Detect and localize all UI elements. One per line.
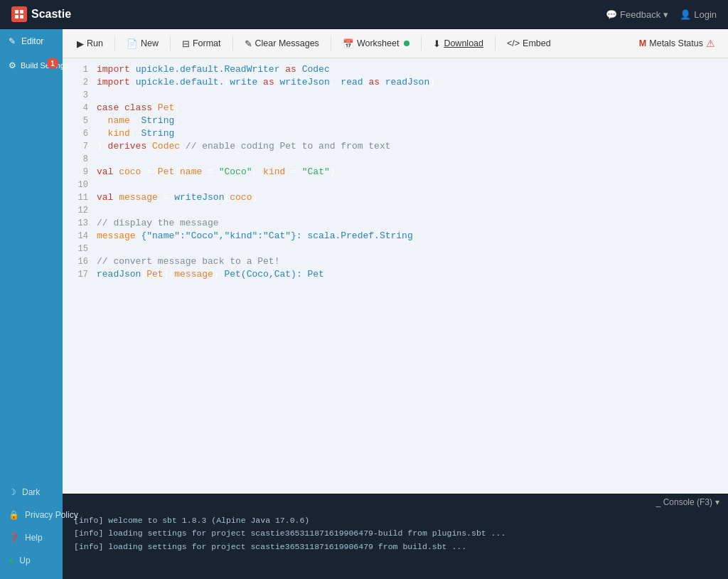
run-button[interactable]: ▶ Run	[70, 35, 110, 53]
content-area: ▶ Run 📄 New ⊟ Format ✎ Clear Messages 📅 …	[63, 29, 728, 579]
run-icon: ▶	[77, 38, 84, 49]
embed-icon: </>	[507, 38, 520, 48]
login-button[interactable]: 👤 Login	[680, 9, 717, 20]
code-line-1: 1 import upickle.default.ReadWriter as C…	[63, 64, 728, 77]
sidebar-item-up[interactable]: ● Up	[0, 549, 63, 572]
new-icon: 📄	[127, 38, 138, 49]
logo-area: Scastie	[11, 6, 71, 22]
embed-button[interactable]: </> Embed	[500, 35, 558, 52]
up-icon: ●	[9, 556, 14, 565]
app-title: Scastie	[31, 8, 71, 21]
privacy-icon: 🔒	[9, 510, 19, 520]
separator-5	[421, 36, 422, 51]
separator-1	[114, 36, 115, 51]
svg-rect-1	[20, 10, 23, 14]
console-title: _ Console (F3) ▾	[656, 497, 719, 507]
sidebar-item-build-settings[interactable]: ⚙ Build Settings 1 ➤	[0, 53, 63, 78]
separator-4	[331, 36, 331, 51]
download-icon: ⬇	[433, 38, 441, 49]
help-label: Help	[25, 533, 43, 543]
embed-label: Embed	[523, 38, 551, 48]
code-line-3: 3	[63, 90, 728, 102]
code-line-12: 12	[63, 205, 728, 218]
toolbar: ▶ Run 📄 New ⊟ Format ✎ Clear Messages 📅 …	[63, 29, 728, 58]
sidebar-item-privacy[interactable]: 🔒 Privacy Policy	[0, 504, 63, 526]
clear-icon: ✎	[245, 38, 252, 49]
up-label: Up	[19, 556, 30, 565]
run-label: Run	[87, 38, 103, 48]
feedback-chevron-icon: ▾	[663, 9, 668, 20]
feedback-icon: 💬	[606, 9, 617, 20]
code-line-8: 8	[63, 154, 728, 166]
code-line-11: 11 val message = writeJson(coco)	[63, 192, 728, 205]
code-line-10: 10	[63, 179, 728, 192]
feedback-label: Feedback	[620, 9, 660, 20]
svg-rect-0	[15, 10, 18, 14]
worksheet-button[interactable]: 📅 Worksheet	[336, 35, 417, 53]
svg-rect-2	[15, 15, 18, 18]
console-area: _ Console (F3) ▾ [info] welcome to sbt 1…	[63, 494, 728, 579]
dark-mode-icon: ☽	[9, 487, 16, 497]
format-button[interactable]: ⊟ Format	[175, 35, 228, 53]
top-nav: Scastie 💬 Feedback ▾ 👤 Login	[0, 0, 728, 29]
privacy-label: Privacy Policy	[25, 510, 78, 520]
build-settings-label: Build Settings	[21, 61, 68, 70]
sidebar-item-dark[interactable]: ☽ Dark	[0, 481, 63, 504]
editor-area[interactable]: 1 import upickle.default.ReadWriter as C…	[63, 58, 728, 494]
console-dropdown-icon[interactable]: ▾	[715, 497, 719, 507]
console-line-3: [info] loading settings for project scas…	[74, 541, 717, 553]
code-line-4: 4 case class Pet(	[63, 102, 728, 115]
console-body: [info] welcome to sbt 1.8.3 (Alpine Java…	[63, 510, 728, 561]
sidebar: ✎ Editor ⚙ Build Settings 1 ➤ ☽ Dark 🔒 P…	[0, 29, 63, 579]
metals-label: Metals Status	[649, 38, 703, 48]
new-button[interactable]: 📄 New	[119, 35, 166, 53]
sidebar-item-editor[interactable]: ✎ Editor	[0, 29, 63, 53]
download-label: Download	[444, 38, 483, 48]
metals-warning-icon: ⚠	[706, 38, 715, 49]
worksheet-active-dot	[404, 41, 410, 46]
metals-icon: M	[639, 38, 646, 48]
console-header: _ Console (F3) ▾	[63, 494, 728, 510]
code-line-16: 16 // convert message back to a Pet!	[63, 256, 728, 269]
main-layout: ✎ Editor ⚙ Build Settings 1 ➤ ☽ Dark 🔒 P…	[0, 29, 728, 579]
download-button[interactable]: ⬇ Download	[426, 35, 491, 53]
metals-status: M Metals Status ⚠	[639, 38, 715, 49]
separator-3	[232, 36, 233, 51]
logo-icon	[11, 6, 27, 22]
code-line-5: 5 name: String,	[63, 115, 728, 128]
editor-icon: ✎	[9, 36, 16, 46]
code-line-9: 9 val coco = Pet(name = "Coco", kind = "…	[63, 166, 728, 179]
code-line-15: 15	[63, 243, 728, 256]
separator-2	[170, 36, 171, 51]
code-line-7: 7 ) derives Codec // enable coding Pet t…	[63, 141, 728, 154]
dark-label: Dark	[22, 487, 40, 497]
help-icon: ❓	[9, 533, 19, 543]
code-line-14: 14 message {"name":"Coco","kind":"Cat"}:…	[63, 230, 728, 243]
sidebar-top: ✎ Editor ⚙ Build Settings 1 ➤	[0, 29, 63, 481]
code-line-6: 6 kind: String	[63, 128, 728, 141]
sidebar-item-help[interactable]: ❓ Help	[0, 526, 63, 549]
console-line-2: [info] loading settings for project scas…	[74, 527, 717, 540]
format-icon: ⊟	[182, 38, 190, 49]
worksheet-icon: 📅	[343, 38, 354, 49]
console-title-text: _ Console (F3)	[656, 497, 712, 507]
format-label: Format	[193, 38, 221, 48]
sidebar-bottom: ☽ Dark 🔒 Privacy Policy ❓ Help ● Up	[0, 481, 63, 579]
console-line-1: [info] welcome to sbt 1.8.3 (Alpine Java…	[74, 514, 717, 527]
build-settings-badge: 1	[47, 58, 58, 69]
code-line-2: 2 import upickle.default.{write as write…	[63, 77, 728, 90]
top-nav-right: 💬 Feedback ▾ 👤 Login	[606, 9, 717, 20]
feedback-button[interactable]: 💬 Feedback ▾	[606, 9, 668, 20]
worksheet-label: Worksheet	[357, 38, 400, 48]
clear-messages-button[interactable]: ✎ Clear Messages	[237, 35, 326, 53]
separator-6	[495, 36, 496, 51]
svg-rect-3	[20, 15, 23, 18]
build-settings-icon: ⚙	[9, 60, 16, 70]
editor-label: Editor	[21, 36, 43, 46]
code-line-17: 17 readJson[Pet](message) Pet(Coco,Cat):…	[63, 269, 728, 282]
clear-messages-label: Clear Messages	[255, 38, 319, 48]
new-label: New	[141, 38, 159, 48]
code-line-13: 13 // display the message	[63, 218, 728, 230]
login-icon: 👤	[680, 9, 691, 20]
login-label: Login	[694, 9, 717, 20]
